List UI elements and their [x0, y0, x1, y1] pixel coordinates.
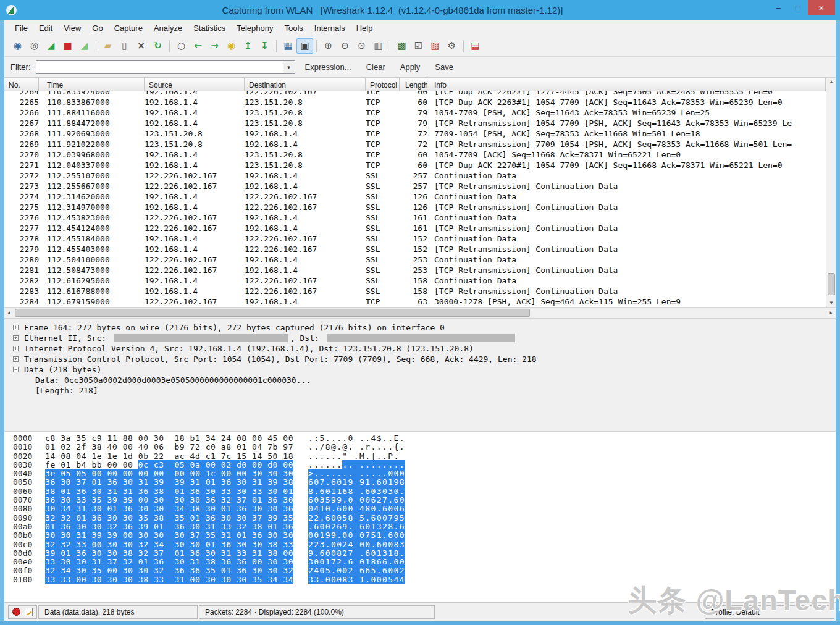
go-back-icon[interactable]: ←: [190, 38, 206, 54]
packet-row[interactable]: 2284 112.679159000 122.226.102.167 192.1…: [4, 296, 826, 307]
collapse-icon[interactable]: −: [13, 367, 19, 372]
packet-list-vscrollbar[interactable]: ▲ ▼: [826, 78, 836, 307]
column-header-destination[interactable]: Destination: [245, 78, 366, 91]
column-header-protocol[interactable]: Protocol: [366, 78, 400, 91]
start-capture-icon[interactable]: ◢: [43, 38, 59, 54]
expand-icon[interactable]: +: [13, 335, 19, 341]
save-button[interactable]: Save: [427, 60, 461, 74]
menu-item[interactable]: File: [9, 22, 33, 35]
hex-row[interactable]: 00a0 01 36 30 30 32 36 39 01 36 30 31 33…: [4, 522, 836, 531]
clear-button[interactable]: Clear: [359, 60, 393, 74]
detail-row-ethernet[interactable]: + Ethernet II, Src: , Dst:: [4, 333, 836, 343]
scroll-down-icon[interactable]: ▼: [826, 300, 836, 306]
hex-ascii[interactable]: 9.600827 .601318.: [308, 549, 405, 558]
hex-row[interactable]: 0000 c8 3a 35 c9 11 88 00 30 18 b1 34 24…: [4, 434, 836, 443]
packet-row[interactable]: 2272 112.255107000 122.226.102.167 192.1…: [4, 170, 826, 181]
menu-item[interactable]: Capture: [109, 22, 148, 35]
detail-row-data-length[interactable]: [Length: 218]: [4, 385, 836, 396]
capture-options-icon[interactable]: ◎: [26, 38, 43, 54]
hex-bytes[interactable]: 3e 05 05 00 00 00 00 00 00 00 1c 00 00 3…: [45, 469, 293, 478]
resize-columns-icon[interactable]: ▥: [370, 38, 387, 54]
packet-row[interactable]: 2282 112.616295000 192.168.1.4 122.226.1…: [4, 275, 826, 286]
capture-comment-icon[interactable]: [25, 608, 33, 616]
packet-row[interactable]: 2280 112.504100000 122.226.102.167 192.1…: [4, 254, 826, 265]
colorize-icon[interactable]: ▦: [280, 38, 296, 54]
zoom-out-icon[interactable]: ⊖: [337, 38, 353, 54]
column-header-no[interactable]: No.: [4, 78, 39, 91]
coloring-rules-icon[interactable]: ▨: [427, 38, 443, 54]
packet-row[interactable]: 2273 112.255667000 122.226.102.167 192.1…: [4, 181, 826, 191]
hex-row[interactable]: 0010 01 02 2f 38 40 00 40 06 b9 72 c0 a8…: [4, 443, 836, 451]
hex-row[interactable]: 00c0 32 32 33 00 30 30 32 34 30 30 01 36…: [4, 540, 836, 549]
maximize-button[interactable]: □: [788, 0, 808, 15]
vscrollbar-thumb[interactable]: [828, 273, 835, 295]
filter-input[interactable]: ▾: [36, 60, 295, 74]
expand-icon[interactable]: +: [13, 325, 19, 330]
hex-bytes[interactable]: 01 36 30 30 32 36 39 01 36 30 31 33 32 3…: [45, 522, 293, 531]
hex-row[interactable]: 0100 33 33 00 30 30 30 38 33 31 00 30 30…: [4, 576, 836, 584]
packet-row[interactable]: 2267 111.884472000 192.168.1.4 123.151.2…: [4, 118, 826, 128]
scroll-up-icon[interactable]: ▲: [826, 79, 836, 85]
detail-row-ip[interactable]: + Internet Protocol Version 4, Src: 192.…: [4, 343, 836, 354]
column-header-length[interactable]: Length: [400, 78, 427, 91]
packet-row[interactable]: 2276 112.453823000 122.226.102.167 192.1…: [4, 212, 826, 223]
hex-bytes[interactable]: 30 34 31 30 01 36 30 30 34 38 30 01 36 3…: [45, 505, 293, 513]
hex-ascii[interactable]: 0410.600 480.6006: [308, 505, 405, 513]
find-packet-icon[interactable]: ○: [173, 38, 190, 54]
detail-row-data[interactable]: − Data (218 bytes): [4, 364, 836, 375]
save-file-icon[interactable]: ▯: [116, 38, 133, 54]
menu-item[interactable]: Statistics: [188, 22, 231, 35]
hex-ascii[interactable]: 2405.002 665.6002: [308, 566, 405, 575]
hex-row[interactable]: 00f0 32 34 30 35 00 30 30 32 36 36 35 01…: [4, 566, 836, 575]
menu-item[interactable]: Edit: [33, 22, 58, 35]
zoom-in-icon[interactable]: ⊕: [320, 38, 337, 54]
hex-ascii[interactable]: 607.6019 91.60198: [308, 478, 405, 487]
hex-bytes[interactable]: 36 30 33 35 39 39 00 30 30 30 36 32 37 0…: [45, 496, 293, 505]
hex-ascii[interactable]: 8.601168 .603030.: [308, 487, 405, 496]
menu-item[interactable]: Tools: [279, 22, 308, 35]
hex-row[interactable]: 0080 30 34 31 30 01 36 30 30 34 38 30 01…: [4, 505, 836, 513]
hex-bytes[interactable]: 36 30 37 01 36 30 31 39 39 31 01 36 30 3…: [45, 478, 293, 487]
hex-row[interactable]: 0040 3e 05 05 00 00 00 00 00 00 00 1c 00…: [4, 469, 836, 478]
menu-item[interactable]: View: [58, 22, 86, 35]
hex-ascii[interactable]: >....... .....000: [308, 469, 405, 478]
packet-row[interactable]: 2264 110.833974000 192.168.1.4 122.226.1…: [4, 91, 826, 97]
detail-row-data-value[interactable]: Data: 0cc3050a0002d000d0003e050500000000…: [4, 375, 836, 385]
hscrollbar-thumb[interactable]: [15, 309, 530, 317]
packet-row[interactable]: 2274 112.314620000 192.168.1.4 122.226.1…: [4, 191, 826, 202]
hex-row[interactable]: 00d0 39 01 36 30 30 38 32 37 01 36 30 31…: [4, 549, 836, 558]
hex-ascii[interactable]: 33.00083 1.000544: [308, 576, 405, 584]
go-to-top-icon[interactable]: ↥: [240, 38, 256, 54]
hex-bytes[interactable]: 33 33 00 30 30 30 38 33 31 00 30 30 30 3…: [45, 576, 293, 584]
packet-row[interactable]: 2283 112.616788000 192.168.1.4 122.226.1…: [4, 286, 826, 296]
hex-bytes[interactable]: 32 34 30 35 00 30 30 32 36 36 35 01 36 3…: [45, 566, 293, 575]
column-header-source[interactable]: Source: [145, 78, 245, 91]
packet-row[interactable]: 2268 111.920693000 123.151.20.8 192.168.…: [4, 128, 826, 139]
help-icon[interactable]: ▤: [467, 38, 484, 54]
detail-row-frame[interactable]: + Frame 164: 272 bytes on wire (2176 bit…: [4, 322, 836, 333]
menu-item[interactable]: Help: [351, 22, 379, 35]
hex-row[interactable]: 0020 14 08 04 1e 1e 1d 0b 22 ac 4d c1 7c…: [4, 452, 836, 461]
hex-bytes[interactable]: 32 32 01 36 30 30 35 38 35 01 36 30 30 3…: [45, 514, 293, 522]
hex-ascii[interactable]: 603599.0 00627.60: [308, 496, 405, 505]
scroll-right-icon[interactable]: ►: [829, 310, 834, 316]
column-header-time[interactable]: Time: [39, 78, 145, 91]
column-header-info[interactable]: Info: [427, 78, 826, 91]
packet-list-hscrollbar[interactable]: ◄ ►: [4, 307, 836, 319]
hex-bytes[interactable]: fe 01 b4 bb 00 00 0c c3 05 0a 00 02 d0 0…: [45, 461, 293, 469]
zoom-original-icon[interactable]: ⊙: [353, 38, 370, 54]
hex-bytes[interactable]: 38 01 36 30 31 31 36 38 01 36 30 33 30 3…: [45, 487, 293, 496]
packet-row[interactable]: 2265 110.833867000 192.168.1.4 123.151.2…: [4, 97, 826, 107]
hex-bytes[interactable]: 14 08 04 1e 1e 1d 0b 22 ac 4d c1 7c 15 1…: [45, 452, 293, 461]
restart-capture-icon[interactable]: ◢: [76, 38, 93, 54]
hex-row[interactable]: 00e0 33 30 30 31 37 32 01 36 30 31 38 36…: [4, 558, 836, 566]
minimize-button[interactable]: –: [768, 0, 788, 15]
preferences-icon[interactable]: ⚙: [443, 38, 460, 54]
stop-capture-icon[interactable]: ■: [59, 38, 76, 54]
expert-info-icon[interactable]: [12, 608, 20, 616]
hex-row[interactable]: 0060 38 01 36 30 31 31 36 38 01 36 30 33…: [4, 487, 836, 496]
open-file-icon[interactable]: ▰: [99, 38, 116, 54]
hex-ascii[interactable]: 00199.00 0751.600: [308, 531, 405, 540]
menu-item[interactable]: Internals: [309, 22, 351, 35]
reload-icon[interactable]: ↻: [149, 38, 166, 54]
